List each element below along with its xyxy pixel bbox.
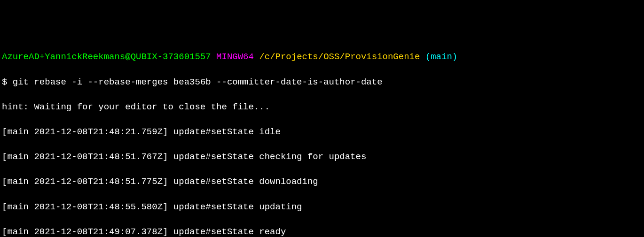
prompt-working-directory: /c/Projects/OSS/ProvisionGenie (259, 52, 420, 62)
output-log-1: [main 2021-12-08T21:48:21.759Z] update#s… (2, 126, 642, 138)
output-hint: hint: Waiting for your editor to close t… (2, 101, 642, 114)
prompt-environment: MINGW64 (216, 52, 254, 62)
output-log-5: [main 2021-12-08T21:49:07.378Z] update#s… (2, 226, 642, 237)
output-log-2: [main 2021-12-08T21:48:51.767Z] update#s… (2, 151, 642, 163)
output-log-3: [main 2021-12-08T21:48:51.775Z] update#s… (2, 176, 642, 188)
prompt-line-1: AzureAD+YannickReekmans@QUBIX-373601557 … (2, 51, 642, 63)
prompt-dollar: $ (2, 77, 13, 87)
output-log-4: [main 2021-12-08T21:48:55.580Z] update#s… (2, 201, 642, 214)
prompt-git-branch: (main) (425, 52, 457, 62)
prompt-user-host: AzureAD+YannickReekmans@QUBIX-373601557 (2, 52, 211, 62)
command-line-1[interactable]: $ git rebase -i --rebase-merges bea356b … (2, 76, 642, 89)
command-text: git rebase -i --rebase-merges bea356b --… (13, 77, 383, 87)
